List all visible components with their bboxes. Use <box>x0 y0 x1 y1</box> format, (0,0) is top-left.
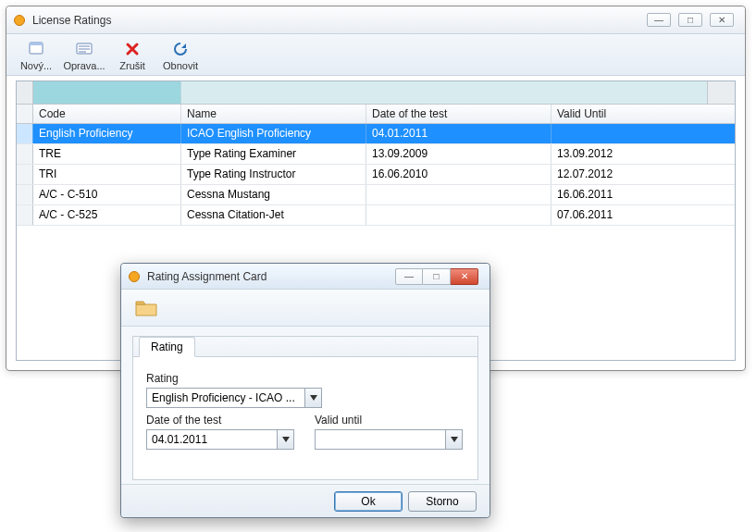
folder-icon <box>134 298 158 318</box>
cell-valid: 16.06.2011 <box>552 185 735 204</box>
dialog-icon <box>127 269 142 284</box>
cell-name: Type Rating Instructor <box>181 165 366 184</box>
cell-valid: 13.09.2012 <box>552 144 735 164</box>
toolbar-edit-label: Oprava... <box>63 60 105 71</box>
storno-button[interactable]: Storno <box>408 491 477 512</box>
rating-label: Rating <box>146 372 465 385</box>
dialog-title: Rating Assignment Card <box>147 270 395 283</box>
cell-code: English Proficiency <box>33 124 181 143</box>
table-row[interactable]: A/C - C-510Cessna Mustang16.06.2011 <box>17 185 735 205</box>
cell-date <box>366 185 552 204</box>
col-header-name[interactable]: Name <box>181 105 366 123</box>
main-title: License Ratings <box>32 14 647 27</box>
svg-point-0 <box>15 15 25 25</box>
cell-name: Cessna Citation-Jet <box>181 205 366 225</box>
cancel-icon <box>122 40 143 58</box>
cell-valid: 07.06.2011 <box>552 205 735 225</box>
dialog-titlebar[interactable]: Rating Assignment Card — □ ✕ <box>121 264 490 290</box>
dialog-band <box>121 290 490 327</box>
cell-code: TRE <box>33 144 181 164</box>
cell-name: Cessna Mustang <box>181 185 366 204</box>
chevron-down-icon[interactable] <box>277 430 293 449</box>
row-indicator <box>17 205 33 225</box>
toolbar-new[interactable]: Nový... <box>12 38 60 73</box>
toolbar-edit[interactable]: Oprava... <box>60 38 108 73</box>
date-label: Date of the test <box>146 414 296 427</box>
table-row[interactable]: A/C - C-525Cessna Citation-Jet07.06.2011 <box>17 205 735 226</box>
valid-combo[interactable] <box>315 429 463 450</box>
col-header-date[interactable]: Date of the test <box>366 105 552 123</box>
chevron-down-icon[interactable] <box>445 430 462 449</box>
grid-body: English ProficiencyICAO English Proficie… <box>17 124 735 226</box>
toolbar-cancel[interactable]: Zrušit <box>108 38 156 73</box>
tab-rating-content: Rating English Proficiency - ICAO ... Da… <box>133 357 477 455</box>
date-combo[interactable]: 04.01.2011 <box>146 429 294 450</box>
grid-header[interactable]: Code Name Date of the test Valid Until <box>17 104 735 124</box>
col-header-valid[interactable]: Valid Until <box>552 105 735 123</box>
col-header-code[interactable]: Code <box>33 105 181 123</box>
grid-group-row[interactable] <box>17 81 735 104</box>
cell-code: TRI <box>33 165 181 184</box>
new-file-icon <box>26 40 46 58</box>
chevron-down-icon[interactable] <box>304 389 321 407</box>
table-row[interactable]: TREType Rating Examiner13.09.200913.09.2… <box>17 144 735 165</box>
main-window-controls: — □ ✕ <box>647 13 739 27</box>
row-indicator <box>17 165 33 184</box>
table-row[interactable]: TRIType Rating Instructor16.06.201012.07… <box>17 165 735 185</box>
dialog-minimize-button[interactable]: — <box>395 268 423 285</box>
rating-assignment-dialog: Rating Assignment Card — □ ✕ Rating Rati… <box>120 263 490 518</box>
ok-button[interactable]: Ok <box>334 491 403 512</box>
row-indicator <box>17 144 33 164</box>
dialog-maximize-button[interactable]: □ <box>423 268 451 285</box>
maximize-button[interactable]: □ <box>678 13 702 27</box>
tab-rating[interactable]: Rating <box>139 337 195 357</box>
toolbar-refresh[interactable]: Obnovit <box>156 38 204 73</box>
minimize-button[interactable]: — <box>647 13 671 27</box>
toolbar-cancel-label: Zrušit <box>119 60 145 71</box>
cell-code: A/C - C-510 <box>33 185 181 204</box>
dialog-tabstrip: Rating <box>133 337 477 357</box>
cell-valid <box>552 124 735 143</box>
svg-point-7 <box>130 271 140 281</box>
edit-icon <box>74 40 94 58</box>
toolbar-new-label: Nový... <box>20 60 52 71</box>
dialog-body: Rating Rating English Proficiency - ICAO… <box>132 336 478 480</box>
refresh-icon <box>170 40 191 58</box>
cell-name: ICAO English Proficiency <box>181 124 366 143</box>
cell-date: 04.01.2011 <box>366 124 552 143</box>
main-titlebar[interactable]: License Ratings — □ ✕ <box>6 6 745 34</box>
table-row[interactable]: English ProficiencyICAO English Proficie… <box>17 124 735 144</box>
close-button[interactable]: ✕ <box>710 13 734 27</box>
rating-combo-value: English Proficiency - ICAO ... <box>147 391 304 404</box>
dialog-window-controls: — □ ✕ <box>395 268 484 285</box>
cell-name: Type Rating Examiner <box>181 144 366 164</box>
dialog-close-button[interactable]: ✕ <box>451 268 478 285</box>
valid-label: Valid until <box>315 414 465 427</box>
row-indicator <box>17 185 33 204</box>
row-indicator <box>17 124 33 143</box>
svg-rect-2 <box>30 43 43 45</box>
dialog-buttons: Ok Storno <box>121 484 490 517</box>
date-combo-value: 04.01.2011 <box>147 433 277 446</box>
toolbar-refresh-label: Obnovit <box>163 60 198 71</box>
main-toolbar: Nový... Oprava... Zrušit Obnovit <box>6 34 745 76</box>
cell-date: 16.06.2010 <box>366 165 552 184</box>
rating-combo[interactable]: English Proficiency - ICAO ... <box>146 388 322 408</box>
cell-code: A/C - C-525 <box>33 205 181 225</box>
cell-valid: 12.07.2012 <box>552 165 735 184</box>
app-icon <box>12 13 27 28</box>
cell-date: 13.09.2009 <box>366 144 552 164</box>
cell-date <box>366 205 552 225</box>
